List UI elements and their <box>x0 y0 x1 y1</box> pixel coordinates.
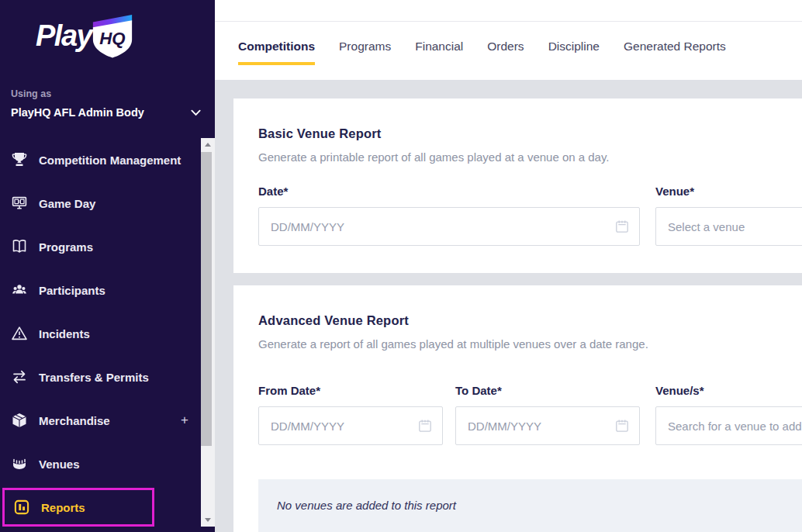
scoreboard-icon <box>11 195 28 212</box>
header-top-strip <box>215 0 802 22</box>
to-date-input[interactable] <box>455 406 640 445</box>
date-input[interactable] <box>258 207 640 246</box>
venues-field: Venue/s* <box>655 384 802 445</box>
playhq-logo[interactable]: Play HQ <box>36 11 135 60</box>
basic-report-description: Generate a printable report of all games… <box>258 150 802 164</box>
venues-label: Venue/s* <box>655 384 802 397</box>
to-date-field: To Date* <box>455 384 640 445</box>
org-selector: Using as PlayHQ AFL Admin Body <box>11 88 204 119</box>
org-name-text: PlayHQ AFL Admin Body <box>11 106 144 119</box>
bar-chart-icon <box>13 499 30 516</box>
main-area: Competitions Programs Financial Orders D… <box>215 0 802 532</box>
reports-header: Competitions Programs Financial Orders D… <box>215 0 802 80</box>
sidebar-item-programs[interactable]: Programs <box>0 225 215 268</box>
tab-generated-reports[interactable]: Generated Reports <box>624 40 726 65</box>
sidebar-item-merchandise[interactable]: Merchandise + <box>0 399 215 442</box>
sidebar-item-participants[interactable]: Participants <box>0 268 215 312</box>
basic-report-title: Basic Venue Report <box>258 126 802 141</box>
logo-play-text: Play <box>36 19 92 53</box>
warning-triangle-icon <box>11 325 28 342</box>
basic-venue-report-card: Basic Venue Report Generate a printable … <box>233 98 802 273</box>
tab-programs[interactable]: Programs <box>339 40 391 65</box>
venue-select-input[interactable] <box>655 207 802 246</box>
date-label: Date* <box>258 185 640 198</box>
sidebar: Play HQ Using as PlayHQ AFL Admin Body <box>0 0 215 532</box>
tab-financial[interactable]: Financial <box>415 40 463 65</box>
calendar-icon[interactable] <box>614 418 630 434</box>
to-date-label: To Date* <box>455 384 640 397</box>
advanced-report-fields: From Date* To Date* <box>258 384 802 445</box>
tab-orders[interactable]: Orders <box>487 40 524 65</box>
using-as-label: Using as <box>11 88 204 99</box>
advanced-report-description: Generate a report of all games played at… <box>258 337 802 351</box>
sidebar-nav: Competition Management Game Day Programs <box>0 138 215 529</box>
from-date-input[interactable] <box>258 406 443 445</box>
reports-content: Basic Venue Report Generate a printable … <box>215 80 802 532</box>
package-icon <box>11 412 28 429</box>
sidebar-item-competition-management[interactable]: Competition Management <box>0 138 215 181</box>
sidebar-item-label: Competition Management <box>39 154 181 167</box>
advanced-venue-report-card: Advanced Venue Report Generate a report … <box>233 285 802 532</box>
empty-venues-message: No venues are added to this report <box>277 499 802 512</box>
sidebar-item-incidents[interactable]: Incidents <box>0 312 215 355</box>
sidebar-item-reports[interactable]: Reports <box>2 488 154 527</box>
venue-field: Venue* <box>655 185 802 246</box>
advanced-report-title: Advanced Venue Report <box>258 313 802 328</box>
chevron-down-icon <box>191 109 201 116</box>
reports-tab-bar: Competitions Programs Financial Orders D… <box>215 22 802 65</box>
calendar-icon[interactable] <box>614 219 630 234</box>
tab-competitions[interactable]: Competitions <box>238 40 315 65</box>
venue-label: Venue* <box>655 185 802 198</box>
playhq-shield-icon: HQ <box>90 11 135 60</box>
sidebar-item-label: Reports <box>41 501 85 514</box>
plus-icon[interactable]: + <box>181 413 188 428</box>
logo-hq-text: HQ <box>100 29 126 48</box>
calendar-icon[interactable] <box>417 418 433 434</box>
from-date-label: From Date* <box>258 384 443 397</box>
people-icon <box>11 282 28 299</box>
sidebar-item-label: Incidents <box>39 327 90 340</box>
sidebar-item-label: Merchandise <box>39 414 110 427</box>
sidebar-scrollbar[interactable] <box>201 138 215 527</box>
trophy-icon <box>11 151 28 168</box>
from-date-field: From Date* <box>258 384 443 445</box>
date-field: Date* <box>258 185 640 246</box>
sidebar-item-label: Game Day <box>39 197 95 210</box>
stadium-icon <box>11 455 28 472</box>
basic-report-fields: Date* Venue* <box>258 185 802 246</box>
sidebar-item-label: Programs <box>39 240 93 254</box>
org-name-button[interactable]: PlayHQ AFL Admin Body <box>11 106 204 119</box>
open-book-icon <box>11 238 28 255</box>
sidebar-item-label: Venues <box>39 458 80 471</box>
sidebar-item-game-day[interactable]: Game Day <box>0 181 215 225</box>
sidebar-item-label: Participants <box>39 284 105 297</box>
sidebar-item-transfers-permits[interactable]: Transfers & Permits <box>0 355 215 399</box>
empty-venues-notice: No venues are added to this report <box>258 479 802 532</box>
scroll-up-icon[interactable] <box>201 138 215 151</box>
scrollbar-thumb[interactable] <box>201 152 212 446</box>
venues-search-input[interactable] <box>655 406 802 445</box>
transfer-arrows-icon <box>11 368 28 385</box>
tab-discipline[interactable]: Discipline <box>548 40 600 65</box>
scroll-down-icon[interactable] <box>201 513 215 527</box>
sidebar-item-venues[interactable]: Venues <box>0 442 215 485</box>
sidebar-item-label: Transfers & Permits <box>39 371 149 384</box>
